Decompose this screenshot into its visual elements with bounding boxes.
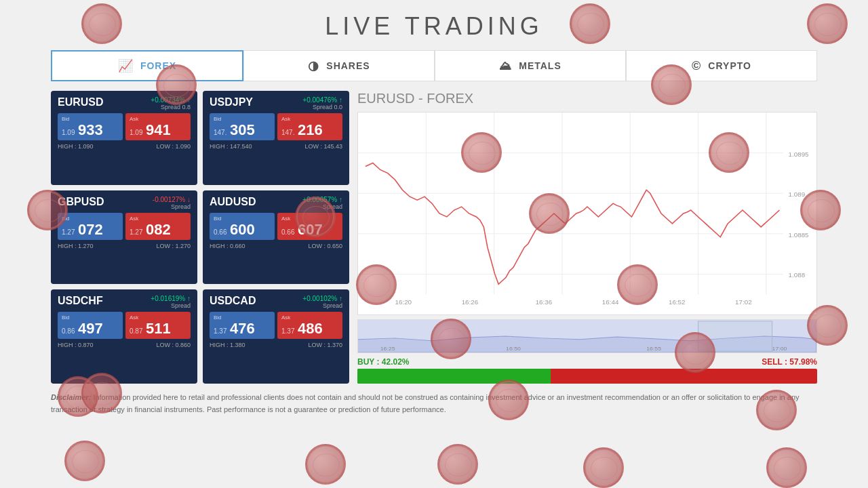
ask-box[interactable]: Ask 0.87 511 bbox=[125, 312, 191, 339]
tab-shares[interactable]: ◑ SHARES bbox=[243, 50, 435, 81]
ask-value: 486 bbox=[298, 320, 323, 337]
tab-shares-label: SHARES bbox=[326, 60, 370, 71]
card-symbol: GBPUSD bbox=[58, 196, 104, 208]
card-high: HIGH : 147.540 bbox=[210, 143, 252, 150]
card-high: HIGH : 1.090 bbox=[58, 143, 94, 150]
main-content: EURUSD +0.00734% ↑ Spread 0.8 Bid 1.09 9… bbox=[51, 91, 817, 384]
mini-chart: 16:25 16:50 16:55 17:00 bbox=[357, 319, 817, 353]
crypto-icon: © bbox=[692, 59, 701, 73]
svg-text:16:44: 16:44 bbox=[602, 299, 619, 306]
card-change: +0.00476% ↑ bbox=[302, 96, 342, 104]
ask-box[interactable]: Ask 1.37 486 bbox=[277, 312, 342, 339]
currency-card-usdjpy[interactable]: USDJPY +0.00476% ↑ Spread 0.0 Bid 147. 3… bbox=[203, 91, 349, 185]
card-low: LOW : 1.370 bbox=[308, 342, 342, 348]
metals-icon: ⛰ bbox=[499, 59, 512, 73]
cards-grid: EURUSD +0.00734% ↑ Spread 0.8 Bid 1.09 9… bbox=[51, 91, 349, 384]
card-change: +0.00734% ↑ bbox=[151, 96, 191, 104]
ask-box[interactable]: Ask 147. 216 bbox=[277, 113, 342, 140]
bid-prefix: 0.66 bbox=[214, 228, 226, 236]
card-prices: Bid 1.09 933 Ask 1.09 941 bbox=[58, 113, 191, 140]
card-symbol: AUDUSD bbox=[210, 196, 256, 208]
card-header: USDJPY +0.00476% ↑ Spread 0.0 bbox=[210, 96, 342, 110]
svg-text:16:36: 16:36 bbox=[536, 299, 553, 306]
buy-label: BUY : 42.02% bbox=[357, 357, 409, 367]
svg-text:1.088: 1.088 bbox=[789, 272, 806, 279]
card-change: +0.00057% ↑ bbox=[302, 196, 342, 203]
svg-text:17:00: 17:00 bbox=[772, 346, 787, 352]
svg-text:1.0895: 1.0895 bbox=[789, 151, 809, 158]
buy-portion bbox=[357, 369, 551, 384]
currency-card-gbpusd[interactable]: GBPUSD -0.00127% ↓ Spread Bid 1.27 072 A… bbox=[51, 190, 197, 285]
card-footer: HIGH : 1.380 LOW : 1.370 bbox=[210, 342, 342, 348]
svg-text:16:20: 16:20 bbox=[395, 299, 412, 306]
bid-box[interactable]: Bid 147. 305 bbox=[210, 113, 275, 140]
bid-box[interactable]: Bid 0.66 600 bbox=[210, 213, 275, 240]
bid-prefix: 1.37 bbox=[214, 327, 226, 335]
disclaimer: Disclaimer: Information provided here to… bbox=[51, 392, 817, 415]
chart-title: EURUSD - FOREX bbox=[357, 91, 817, 106]
tab-forex[interactable]: 📈 FOREX bbox=[51, 50, 243, 81]
currency-card-audusd[interactable]: AUDUSD +0.00057% ↑ Spread Bid 0.66 600 A… bbox=[203, 190, 349, 285]
card-footer: HIGH : 1.090 LOW : 1.090 bbox=[58, 143, 191, 150]
bid-prefix: 1.27 bbox=[62, 228, 75, 236]
card-change: -0.00127% ↓ bbox=[153, 196, 191, 203]
card-spread: Spread bbox=[151, 302, 191, 309]
card-high: HIGH : 1.270 bbox=[58, 243, 94, 249]
bid-value: 072 bbox=[78, 221, 103, 238]
svg-text:16:50: 16:50 bbox=[506, 346, 521, 352]
disclaimer-text: Information provided here to retail and … bbox=[51, 393, 800, 413]
card-footer: HIGH : 0.660 LOW : 0.650 bbox=[210, 243, 342, 249]
forex-icon: 📈 bbox=[118, 58, 134, 73]
card-symbol: EURUSD bbox=[58, 96, 104, 108]
card-spread: Spread bbox=[153, 203, 191, 210]
ask-value: 082 bbox=[146, 221, 171, 238]
card-symbol: USDCHF bbox=[58, 295, 103, 307]
currency-card-eurusd[interactable]: EURUSD +0.00734% ↑ Spread 0.8 Bid 1.09 9… bbox=[51, 91, 197, 185]
svg-text:16:26: 16:26 bbox=[462, 299, 479, 306]
bid-box[interactable]: Bid 1.37 476 bbox=[210, 312, 275, 339]
tab-crypto[interactable]: © CRYPTO bbox=[626, 50, 817, 81]
shares-icon: ◑ bbox=[308, 58, 319, 73]
card-low: LOW : 1.270 bbox=[156, 243, 191, 249]
card-header: AUDUSD +0.00057% ↑ Spread bbox=[210, 196, 342, 210]
ask-box[interactable]: Ask 0.66 607 bbox=[277, 213, 342, 240]
bid-prefix: 0.86 bbox=[62, 327, 75, 335]
ask-box[interactable]: Ask 1.09 941 bbox=[125, 113, 191, 140]
card-low: LOW : 1.090 bbox=[156, 143, 191, 150]
card-low: LOW : 0.650 bbox=[308, 243, 342, 249]
card-prices: Bid 0.66 600 Ask 0.66 607 bbox=[210, 213, 342, 240]
card-high: HIGH : 0.660 bbox=[210, 243, 245, 249]
currency-card-usdchf[interactable]: USDCHF +0.01619% ↑ Spread Bid 0.86 497 A… bbox=[51, 289, 197, 384]
currency-card-usdcad[interactable]: USDCAD +0.00102% ↑ Spread Bid 1.37 476 A… bbox=[203, 289, 349, 384]
svg-text:1.089: 1.089 bbox=[789, 192, 806, 199]
card-header: GBPUSD -0.00127% ↓ Spread bbox=[58, 196, 191, 210]
card-header: USDCHF +0.01619% ↑ Spread bbox=[58, 295, 191, 309]
bid-box[interactable]: Bid 1.09 933 bbox=[58, 113, 123, 140]
card-spread: Spread 0.0 bbox=[302, 104, 342, 110]
ask-box[interactable]: Ask 1.27 082 bbox=[125, 213, 191, 240]
bid-value: 497 bbox=[78, 320, 103, 337]
ask-prefix: 1.27 bbox=[130, 228, 142, 236]
tab-metals-label: METALS bbox=[519, 60, 561, 71]
bid-value: 933 bbox=[78, 121, 103, 138]
tab-metals[interactable]: ⛰ METALS bbox=[435, 50, 626, 81]
card-spread: Spread bbox=[302, 302, 342, 309]
bid-box[interactable]: Bid 0.86 497 bbox=[58, 312, 123, 339]
card-footer: HIGH : 147.540 LOW : 145.43 bbox=[210, 143, 342, 150]
buy-sell-bar bbox=[357, 369, 817, 384]
ask-prefix: 1.37 bbox=[281, 327, 294, 335]
svg-text:16:55: 16:55 bbox=[646, 346, 661, 352]
card-symbol: USDCAD bbox=[210, 295, 256, 307]
svg-text:1.0885: 1.0885 bbox=[789, 232, 809, 239]
tab-crypto-label: CRYPTO bbox=[708, 60, 751, 71]
card-header: EURUSD +0.00734% ↑ Spread 0.8 bbox=[58, 96, 191, 110]
bid-box[interactable]: Bid 1.27 072 bbox=[58, 213, 123, 240]
card-prices: Bid 1.37 476 Ask 1.37 486 bbox=[210, 312, 342, 339]
card-change: +0.01619% ↑ bbox=[151, 295, 191, 302]
chart-pair: EURUSD bbox=[357, 91, 414, 106]
ask-value: 511 bbox=[146, 320, 171, 337]
svg-text:16:52: 16:52 bbox=[669, 299, 686, 306]
card-low: LOW : 145.43 bbox=[304, 143, 342, 150]
page-title: LIVE TRADING bbox=[0, 0, 868, 50]
sell-label: SELL : 57.98% bbox=[762, 357, 817, 367]
